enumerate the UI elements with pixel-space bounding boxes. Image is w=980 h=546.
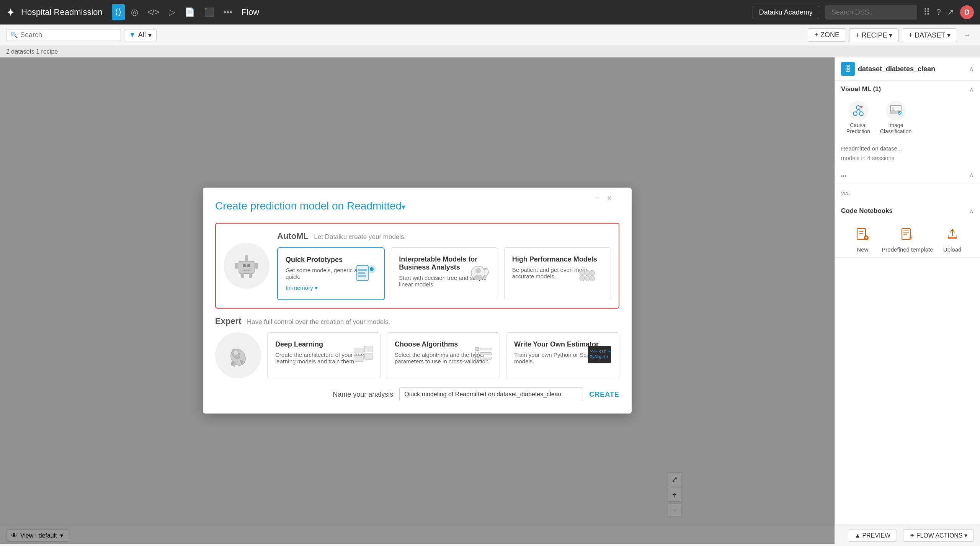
- collapsed-chevron[interactable]: ∧: [969, 171, 974, 178]
- choose-algorithms-card[interactable]: Choose Algorithms Select the algorithms …: [387, 332, 500, 378]
- collapsed-title: ...: [841, 171, 846, 178]
- code-icon[interactable]: </>: [144, 4, 163, 20]
- svg-rect-33: [364, 353, 373, 360]
- empty-text: yet.: [841, 186, 850, 199]
- expert-section-label: Expert: [215, 316, 241, 326]
- card1-icon: [355, 262, 378, 286]
- image-classification-item[interactable]: ImageClassification: [879, 101, 913, 134]
- write-estimator-card[interactable]: Write Your Own Estimator Train your own …: [506, 332, 619, 378]
- deep-learning-card[interactable]: Deep Learning Create the architecture of…: [267, 332, 381, 378]
- ml-model-desc: Readmitted on datase... models in 4 sess…: [835, 141, 980, 166]
- flow-actions-button[interactable]: ✦ FLOW ACTIONS ▾: [903, 529, 974, 542]
- filter-icon: ▼: [129, 31, 136, 39]
- svg-rect-9: [249, 273, 252, 278]
- code-notebooks-chevron[interactable]: ∧: [969, 208, 974, 215]
- main-area: ⤢ + − − × Create prediction model on Rea…: [0, 57, 980, 544]
- code-notebooks-header[interactable]: Code Notebooks ∧: [835, 203, 980, 219]
- card3-icon: [578, 262, 604, 286]
- svg-point-25: [585, 276, 590, 281]
- svg-rect-39: [475, 357, 479, 360]
- help-icon[interactable]: ?: [936, 7, 941, 17]
- card2-icon: [469, 262, 492, 286]
- flow-tab-label: Flow: [242, 7, 259, 17]
- flow-search-input[interactable]: [20, 31, 97, 39]
- upload-notebook-label: Upload: [943, 246, 962, 253]
- svg-rect-38: [475, 352, 479, 355]
- svg-rect-32: [364, 346, 373, 352]
- modal-title-text: Create prediction model on: [215, 200, 344, 212]
- modal-title: Create prediction model on Readmitted▾: [215, 200, 619, 212]
- svg-rect-8: [241, 273, 244, 278]
- visual-ml-chevron[interactable]: ∧: [969, 86, 974, 93]
- zone-button[interactable]: + ZONE: [808, 28, 846, 42]
- panel-close-icon[interactable]: ∧: [969, 65, 974, 73]
- top-nav-right: Dataiku Academy ⠿ ? ↗ D: [753, 5, 974, 20]
- ml-sessions-text: models in 4 sessions: [841, 155, 974, 161]
- analysis-name-input[interactable]: [399, 387, 583, 401]
- svg-point-18: [474, 275, 483, 280]
- causal-prediction-label: CausalPrediction: [846, 122, 870, 134]
- svg-point-5: [245, 255, 248, 258]
- table-icon[interactable]: ⬛: [201, 4, 217, 20]
- high-performance-card[interactable]: High Performance Models Be patient and g…: [504, 247, 611, 300]
- avatar[interactable]: D: [960, 5, 974, 19]
- more-icon[interactable]: •••: [220, 4, 235, 20]
- svg-text:✓: ✓: [860, 106, 861, 108]
- modal-dropdown-arrow[interactable]: ▾: [402, 203, 405, 211]
- automl-section-desc: Let Dataiku create your models.: [314, 233, 406, 240]
- modal-overlay: − × Create prediction model on Readmitte…: [0, 57, 835, 544]
- name-analysis-label: Name your analysis: [333, 391, 393, 399]
- modal-close-button[interactable]: ×: [607, 194, 612, 203]
- svg-rect-31: [355, 356, 363, 362]
- svg-point-44: [853, 112, 857, 116]
- collapsed-header[interactable]: ... ∧: [835, 166, 980, 183]
- svg-point-26: [590, 276, 595, 281]
- expert-left-area: [215, 332, 261, 378]
- flow-arrow-icon: →: [963, 31, 971, 39]
- image-classification-label: ImageClassification: [880, 122, 911, 134]
- external-link-icon[interactable]: ↗: [947, 7, 954, 17]
- preview-button[interactable]: ▲ PREVIEW: [848, 530, 897, 542]
- expert-section: Expert Have full control over the creati…: [215, 316, 619, 378]
- flow-filter[interactable]: ▼ All ▾: [124, 29, 157, 41]
- right-panel: 🗄 dataset_diabetes_clean ∧ Visual ML (1)…: [835, 57, 980, 544]
- new-notebook-item[interactable]: New: [853, 224, 872, 253]
- flow-search-box[interactable]: 🔍: [6, 29, 121, 41]
- svg-point-45: [859, 112, 863, 116]
- svg-line-47: [858, 110, 861, 112]
- global-search-input[interactable]: [825, 5, 917, 20]
- flow-canvas[interactable]: ⤢ + − − × Create prediction model on Rea…: [0, 57, 835, 544]
- academy-link[interactable]: Dataiku Academy: [753, 6, 819, 19]
- svg-point-17: [475, 268, 481, 273]
- ml-desc-text[interactable]: Readmitted on datase...: [841, 145, 974, 152]
- visual-ml-header[interactable]: Visual ML (1) ∧: [835, 81, 980, 98]
- modal-target-var[interactable]: Readmitted: [347, 200, 402, 212]
- create-button[interactable]: CREATE: [589, 391, 619, 399]
- causal-prediction-item[interactable]: ✓ CausalPrediction: [841, 101, 875, 134]
- code-notebooks-title: Code Notebooks: [841, 207, 893, 215]
- svg-point-29: [234, 350, 238, 355]
- share-icon[interactable]: ⟨⟩: [112, 4, 125, 20]
- play-icon[interactable]: ▷: [166, 4, 178, 20]
- svg-rect-35: [480, 353, 492, 355]
- svg-point-52: [898, 111, 902, 115]
- predefined-template-icon: [897, 224, 917, 244]
- top-nav: ✦ Hospital Readmission ⟨⟩ ◎ </> ▷ 📄 ⬛ ••…: [0, 0, 980, 25]
- project-name[interactable]: Hospital Readmission: [21, 7, 103, 17]
- grid-icon[interactable]: ⠿: [923, 7, 930, 18]
- svg-rect-7: [255, 263, 258, 269]
- status-bar: 2 datasets 1 recipe: [0, 46, 980, 57]
- recipe-button[interactable]: + RECIPE ▾: [849, 28, 899, 42]
- modal-minimize-button[interactable]: −: [595, 194, 599, 203]
- doc-icon[interactable]: 📄: [181, 4, 198, 20]
- create-model-modal: − × Create prediction model on Readmitte…: [203, 188, 632, 414]
- new-notebook-label: New: [857, 246, 868, 253]
- svg-rect-1: [243, 264, 246, 267]
- circle-icon[interactable]: ◎: [128, 4, 141, 20]
- predefined-template-item[interactable]: Predefined template: [882, 224, 933, 253]
- dataset-button[interactable]: + DATASET ▾: [902, 28, 957, 42]
- quick-prototypes-card[interactable]: Quick Prototypes Get some models, generi…: [277, 247, 385, 300]
- visual-ml-icons: ✓ CausalPrediction: [835, 98, 980, 141]
- upload-notebook-item[interactable]: Upload: [942, 224, 962, 253]
- interpretable-models-card[interactable]: Interpretable Models for Business Analys…: [391, 247, 498, 300]
